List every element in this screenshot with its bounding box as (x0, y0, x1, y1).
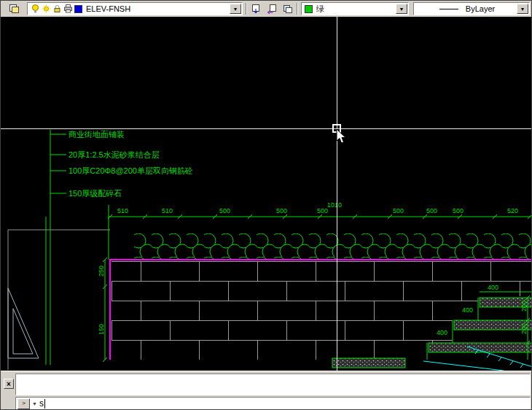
linetype-combo-arrow[interactable]: ▼ (517, 4, 528, 14)
autocad-window: ELEV-FNSH ▼ 绿 ▼ (0, 0, 532, 410)
layer-combo[interactable]: ELEV-FNSH ▼ (27, 2, 243, 15)
command-history[interactable]: 正在重生成模型。 命令: R REDRAW (15, 374, 531, 395)
layer-lock-icon (52, 4, 62, 14)
dim-label: 500 (317, 208, 328, 214)
dim-label: 520 (507, 208, 518, 214)
color-name: 绿 (316, 4, 324, 15)
color-combo[interactable]: 绿 ▼ (301, 2, 409, 15)
toolbar-separator (246, 3, 247, 15)
toolbar: ELEV-FNSH ▼ 绿 ▼ (1, 1, 531, 18)
linetype-combo[interactable]: ByLayer ▼ (413, 2, 530, 15)
command-close-button[interactable]: × (4, 379, 14, 389)
command-input[interactable]: s (39, 398, 45, 409)
annotation-note: 20厚1:2.5水泥砂浆结合层 (69, 150, 160, 159)
cursor-arrow (336, 129, 348, 145)
dim-label: 500 (393, 208, 404, 214)
annotation-note: 商业街地面铺装 (69, 130, 125, 139)
dim-label: 400 (437, 330, 447, 336)
dim-label-vertical: 200 (521, 301, 528, 312)
layer-on-bulb-icon (31, 4, 40, 14)
make-layer-current-button[interactable] (249, 2, 263, 15)
linetype-sample (439, 9, 458, 9)
layer-name: ELEV-FNSH (86, 4, 130, 13)
dim-label: 500 (453, 208, 463, 214)
dim-label: 510 (117, 208, 128, 214)
dim-label-vertical: 200 (521, 323, 528, 334)
sheets-stack-icon (283, 4, 293, 14)
layer-combo-arrow[interactable]: ▼ (230, 4, 241, 14)
annotation-note: 150厚级配碎石 (69, 189, 122, 198)
dim-label: 510 (162, 208, 173, 214)
color-combo-arrow[interactable]: ▼ (396, 4, 407, 14)
command-input-row[interactable]: > ▼ s (15, 397, 531, 410)
sheet-arrow-down-icon (251, 4, 261, 14)
layer-color-swatch (74, 5, 82, 13)
dim-label: 1010 (327, 202, 342, 209)
layer-states-button[interactable] (281, 2, 295, 15)
dim-label: 500 (426, 208, 437, 214)
dim-label: 400 (462, 307, 473, 314)
dim-label: 500 (219, 208, 230, 214)
layer-properties-button[interactable] (4, 2, 24, 15)
annotation-note: 100厚C20Φ8@200单层双向钢筋砼 (69, 166, 193, 175)
command-prompt-icon[interactable]: > (17, 398, 30, 409)
crosshair-vertical (337, 17, 337, 371)
drawing-area[interactable]: 商业街地面铺装 20厚1:2.5水泥砂浆结合层 100厚C20Φ8@200单层双… (1, 17, 532, 371)
dim-label: 400 (488, 285, 498, 291)
layer-previous-button[interactable] (265, 2, 279, 15)
dim-label-vertical: 150 (98, 324, 105, 335)
text-caret (44, 399, 45, 409)
dim-label: 500 (276, 208, 287, 214)
layers-icon (9, 4, 20, 14)
sheet-arrow-left-icon (267, 4, 277, 14)
layer-plot-printer-icon (63, 4, 73, 14)
recent-commands-dropdown-icon[interactable]: ▼ (32, 401, 37, 406)
command-input-text: s (39, 398, 44, 409)
linetype-name: ByLayer (466, 4, 495, 13)
crosshair-horizontal (1, 128, 532, 129)
toolbar-separator (297, 3, 298, 15)
dim-label-vertical: 250 (98, 266, 105, 276)
color-swatch (305, 5, 313, 13)
command-window: × 正在重生成模型。 命令: R REDRAW > ▼ s (1, 371, 532, 410)
layer-freeze-sun-icon (42, 4, 51, 14)
